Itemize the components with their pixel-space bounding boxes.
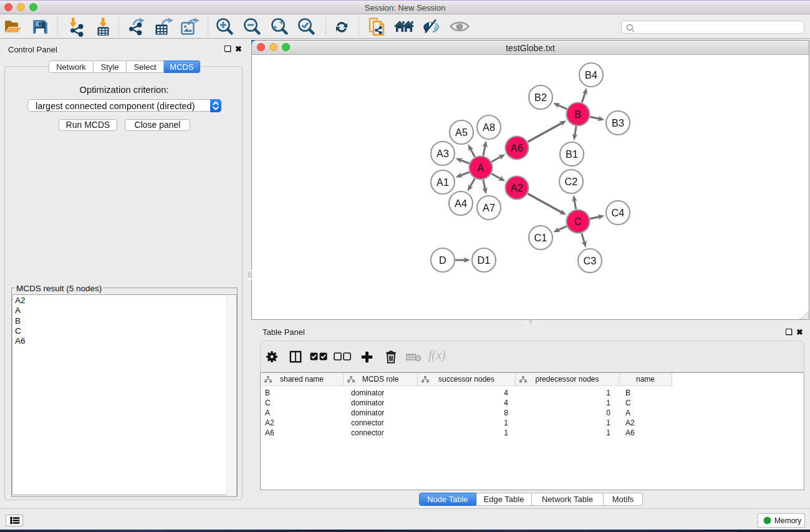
svg-text:A2: A2 <box>511 182 523 193</box>
svg-text:A1: A1 <box>436 177 449 188</box>
svg-text:B1: B1 <box>566 148 578 160</box>
svg-text:C3: C3 <box>584 255 597 266</box>
svg-text:C: C <box>574 216 582 227</box>
svg-text:C1: C1 <box>534 232 547 243</box>
svg-text:A: A <box>478 162 485 173</box>
svg-text:C4: C4 <box>612 207 625 218</box>
svg-text:B2: B2 <box>534 92 547 103</box>
svg-text:A5: A5 <box>455 127 468 138</box>
svg-text:C2: C2 <box>565 176 578 187</box>
svg-text:A6: A6 <box>511 142 523 153</box>
svg-text:B3: B3 <box>612 117 624 128</box>
svg-text:B: B <box>575 109 582 120</box>
svg-text:A7: A7 <box>483 202 495 213</box>
svg-text:D1: D1 <box>478 254 491 266</box>
svg-text:A3: A3 <box>436 148 449 159</box>
svg-text:A8: A8 <box>483 122 495 133</box>
svg-text:A4: A4 <box>455 198 467 209</box>
svg-text:D: D <box>439 254 446 266</box>
svg-text:B4: B4 <box>585 69 597 80</box>
